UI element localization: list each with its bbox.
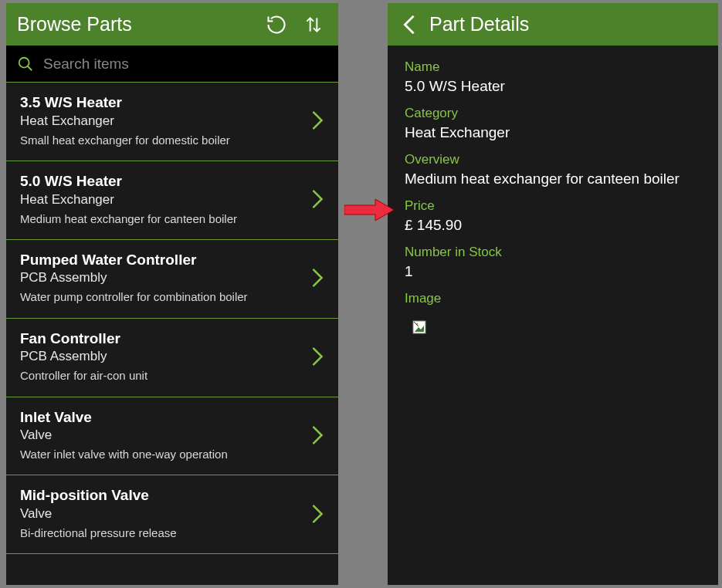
- details-appbar: Part Details: [388, 3, 718, 46]
- item-name: Mid-position Valve: [20, 486, 303, 505]
- item-category: Valve: [20, 427, 303, 444]
- broken-image-icon: [412, 320, 426, 337]
- chevron-right-icon: [310, 110, 324, 131]
- search-bar[interactable]: [6, 46, 338, 83]
- item-category: Heat Exchanger: [20, 191, 303, 209]
- item-category: PCB Assembly: [20, 348, 303, 366]
- item-name: Inlet Valve: [20, 408, 303, 427]
- svg-line-3: [28, 66, 32, 70]
- browse-panel: Browse Parts 3.5 W/S Heater Heat Exchang…: [6, 3, 338, 585]
- list-item[interactable]: Inlet Valve Valve Water inlet valve with…: [6, 397, 338, 476]
- item-desc: Bi-directional pressure release: [20, 525, 303, 541]
- item-desc: Medium heat exchanger for canteen boiler: [20, 211, 303, 227]
- list-item[interactable]: 3.5 W/S Heater Heat Exchanger Small heat…: [6, 83, 338, 161]
- value-name: 5.0 W/S Heater: [405, 78, 701, 95]
- label-stock: Number in Stock: [405, 245, 701, 260]
- value-overview: Medium heat exchanger for canteen boiler: [405, 171, 701, 188]
- chevron-left-icon: [402, 14, 417, 35]
- svg-marker-8: [344, 199, 394, 221]
- list-item[interactable]: Fan Controller PCB Assembly Controller f…: [6, 319, 338, 397]
- list-item[interactable]: 5.0 W/S Heater Heat Exchanger Medium hea…: [6, 161, 338, 240]
- item-category: PCB Assembly: [20, 269, 303, 287]
- search-icon: [17, 56, 34, 73]
- list-item[interactable]: Pumped Water Controller PCB Assembly Wat…: [6, 240, 338, 319]
- refresh-icon: [266, 14, 287, 35]
- item-desc: Water pump controller for combination bo…: [20, 289, 303, 305]
- item-name: 3.5 W/S Heater: [20, 93, 303, 113]
- parts-list: 3.5 W/S Heater Heat Exchanger Small heat…: [6, 83, 338, 585]
- details-body: Name 5.0 W/S Heater Category Heat Exchan…: [388, 46, 718, 351]
- search-input[interactable]: [43, 56, 327, 73]
- item-category: Heat Exchanger: [20, 113, 303, 130]
- chevron-right-icon: [310, 503, 324, 525]
- item-name: Pumped Water Controller: [20, 251, 303, 270]
- refresh-button[interactable]: [263, 11, 290, 39]
- back-button[interactable]: [398, 11, 420, 39]
- item-category: Valve: [20, 505, 303, 523]
- value-price: £ 145.90: [405, 217, 701, 234]
- label-name: Name: [405, 59, 701, 75]
- label-overview: Overview: [405, 152, 701, 167]
- chevron-right-icon: [310, 346, 324, 367]
- label-category: Category: [405, 106, 701, 121]
- item-desc: Small heat exchanger for domestic boiler: [20, 133, 303, 148]
- sort-icon: [303, 15, 324, 35]
- svg-point-2: [19, 57, 29, 67]
- chevron-right-icon: [310, 267, 324, 289]
- item-name: Fan Controller: [20, 329, 303, 349]
- browse-appbar: Browse Parts: [6, 3, 338, 46]
- item-desc: Controller for air-con unit: [20, 368, 303, 384]
- chevron-right-icon: [310, 188, 324, 210]
- value-stock: 1: [405, 263, 701, 280]
- value-category: Heat Exchanger: [405, 124, 701, 141]
- annotation-arrow-icon: [344, 196, 395, 224]
- sort-button[interactable]: [300, 11, 327, 39]
- item-desc: Water inlet valve with one-way operation: [20, 447, 303, 462]
- browse-title: Browse Parts: [17, 13, 253, 35]
- details-panel: Part Details Name 5.0 W/S Heater Categor…: [388, 3, 718, 585]
- chevron-right-icon: [310, 424, 324, 446]
- label-image: Image: [405, 291, 701, 306]
- label-price: Price: [405, 198, 701, 214]
- details-title: Part Details: [429, 13, 707, 35]
- list-item[interactable]: Mid-position Valve Valve Bi-directional …: [6, 475, 338, 554]
- item-name: 5.0 W/S Heater: [20, 172, 303, 191]
